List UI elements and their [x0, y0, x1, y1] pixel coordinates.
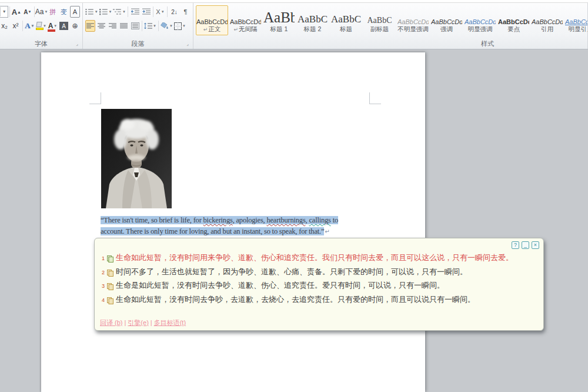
paragraph-mark-icon: ↵: [325, 228, 329, 235]
back-translate-link[interactable]: 回译 (b): [100, 319, 123, 326]
style-intense-emphasis[interactable]: AaBbCcDd 明显强调: [464, 5, 496, 35]
style-subtitle[interactable]: AaBbC 副标题: [363, 5, 396, 35]
close-button[interactable]: ×: [532, 241, 539, 249]
phonetic-guide-button[interactable]: 拼: [48, 6, 58, 18]
ribbon: 号 ▼ A▲ A▼ Aa▼ 拼 变 A x₂ x² A▼: [0, 0, 588, 49]
style-normal[interactable]: AaBbCcDd ↵正文: [196, 5, 228, 35]
quote-line: “There isn't time, so brief is life, for…: [101, 215, 377, 226]
highlight-color-button[interactable]: ▼: [36, 20, 46, 32]
shrink-font-button[interactable]: A▼: [22, 6, 32, 18]
style-intense-quote[interactable]: AaBbCcDd 明显引用: [564, 5, 588, 35]
translation-item[interactable]: 3 生命是如此短暂，没有时间去争吵、道歉、伤心、追究责任。爱只有时间，可以说，只…: [100, 280, 537, 294]
style-quote[interactable]: AaBbCcDd 引用: [531, 5, 563, 35]
font-group: 号 ▼ A▲ A▼ Aa▼ 拼 变 A x₂ x² A▼: [0, 3, 83, 49]
style-title[interactable]: AaBbC 标题: [330, 5, 362, 35]
pilcrow-icon: ↵: [233, 26, 238, 32]
numbering-button[interactable]: ▼: [99, 6, 112, 18]
translation-number: 3: [100, 281, 105, 293]
misspelled-word: bickerings: [203, 216, 233, 224]
style-heading2[interactable]: AaBbC 标题 2: [296, 5, 329, 35]
translation-item[interactable]: 1 生命如此短暂，没有时间用来争吵、道歉、伤心和追究责任。我们只有时间去爱，而且…: [100, 252, 537, 266]
style-no-spacing[interactable]: AaBbCcDd ↵无间隔: [229, 5, 262, 35]
shading-a-icon: A: [59, 22, 68, 30]
increase-indent-button[interactable]: [141, 6, 151, 18]
character-border-button[interactable]: A: [70, 6, 80, 18]
text-effects-button[interactable]: A▼: [25, 20, 35, 32]
align-left-button[interactable]: [85, 20, 95, 32]
font-group-label: 字体: [0, 39, 82, 48]
styles-gallery: AaBbCcDd ↵正文 AaBbCcDd ↵无间隔 AaBbC 标题 1 Aa…: [195, 5, 586, 35]
minimize-button[interactable]: _: [522, 241, 529, 249]
margin-corner-mark: [369, 92, 381, 104]
style-strong[interactable]: AaBbCcDd 要点: [497, 5, 530, 35]
paragraph-dialog-launcher[interactable]: ⌟: [185, 41, 191, 47]
font-color-icon: A: [48, 22, 54, 30]
font-color-button[interactable]: A ▼: [48, 20, 58, 32]
quote-paragraph[interactable]: “There isn't time, so brief is life, for…: [101, 215, 377, 237]
align-right-button[interactable]: [108, 20, 118, 32]
paragraph-group-label: 段落: [83, 39, 193, 48]
superscript-button[interactable]: x²: [11, 20, 21, 32]
justify-button[interactable]: [119, 20, 129, 32]
borders-button[interactable]: ▼: [174, 20, 186, 32]
subscript-button[interactable]: x₂: [0, 20, 9, 32]
styles-group: AaBbCcDd ↵正文 AaBbCcDd ↵无间隔 AaBbC 标题 1 Aa…: [193, 3, 588, 49]
grow-font-button[interactable]: A▲: [11, 6, 21, 18]
character-shading-button[interactable]: A: [59, 20, 69, 32]
copy-icon[interactable]: [107, 268, 113, 280]
style-subtle-emphasis[interactable]: AaBbCcDd 不明显强调: [397, 5, 429, 35]
word-window: 号 ▼ A▲ A▼ Aa▼ 拼 变 A x₂ x² A▼: [0, 0, 588, 392]
enclose-characters-button[interactable]: ⊕: [70, 20, 80, 32]
misspelled-word: heartburnings: [266, 216, 305, 224]
paragraph-group: ▼ ▼ ▼ X▼ 2↓ ¶: [83, 3, 193, 49]
font-size-combo[interactable]: 号 ▼: [0, 6, 8, 18]
sort-button[interactable]: 2↓: [169, 6, 179, 18]
styles-group-label: 样式: [470, 39, 505, 48]
translation-item[interactable]: 2 时间不多了，生活也就短暂了，因为争吵、道歉、心痛、责备。只剩下爱的时间，可以…: [100, 266, 537, 280]
style-heading1[interactable]: AaBbC 标题 1: [263, 5, 295, 35]
grammar-flagged-word: callings: [309, 216, 330, 224]
translation-number: 1: [100, 253, 105, 265]
style-emphasis[interactable]: AaBbCcDd 强调: [430, 5, 463, 35]
asian-layout-button[interactable]: X▼: [155, 6, 165, 18]
translation-number: 2: [100, 267, 105, 279]
quote-line: account. There is only time for loving, …: [101, 226, 377, 238]
align-center-button[interactable]: [96, 20, 106, 32]
highlighter-icon: [36, 22, 42, 30]
translation-number: 4: [100, 295, 105, 307]
distribute-button[interactable]: [130, 20, 140, 32]
translation-list: 1 生命如此短暂，没有时间用来争吵、道歉、伤心和追究责任。我们只有时间去爱，而且…: [100, 252, 537, 307]
line-spacing-button[interactable]: ▼: [144, 20, 156, 32]
copy-icon[interactable]: [107, 254, 113, 266]
copy-icon[interactable]: [107, 296, 113, 308]
chevron-down-icon: ▼: [0, 7, 6, 16]
decrease-indent-button[interactable]: [130, 6, 140, 18]
show-marks-button[interactable]: ¶: [181, 6, 191, 18]
pilcrow-icon: ↵: [203, 26, 208, 32]
portrait-image[interactable]: [101, 109, 172, 208]
font-dialog-launcher[interactable]: ⌟: [74, 41, 80, 47]
multilevel-list-button[interactable]: ▼: [113, 6, 126, 18]
shading-button[interactable]: ▼: [161, 20, 173, 32]
copy-icon[interactable]: [107, 282, 113, 294]
help-button[interactable]: ?: [512, 241, 519, 249]
change-case-button[interactable]: Aa▼: [36, 6, 46, 18]
margin-corner-mark: [89, 92, 101, 104]
popup-footer-links: 回译 (b)|引擎(e)|多目标语(t): [100, 318, 186, 327]
engines-link[interactable]: 引擎(e): [128, 319, 148, 326]
translation-popup: ? _ × 1 生命如此短暂，没有时间用来争吵、道歉、伤心和追究责任。我们只有时…: [94, 238, 544, 331]
translation-item[interactable]: 4 生命如此短暂，没有时间去争吵，去道歉，去烧心，去追究责任。只有爱的时间，而且…: [100, 294, 537, 308]
bullets-button[interactable]: ▼: [85, 6, 98, 18]
multi-target-link[interactable]: 多目标语(t): [154, 319, 186, 326]
character-scale-button[interactable]: 变: [59, 6, 69, 18]
document-page: “There isn't time, so brief is life, for…: [41, 52, 425, 392]
